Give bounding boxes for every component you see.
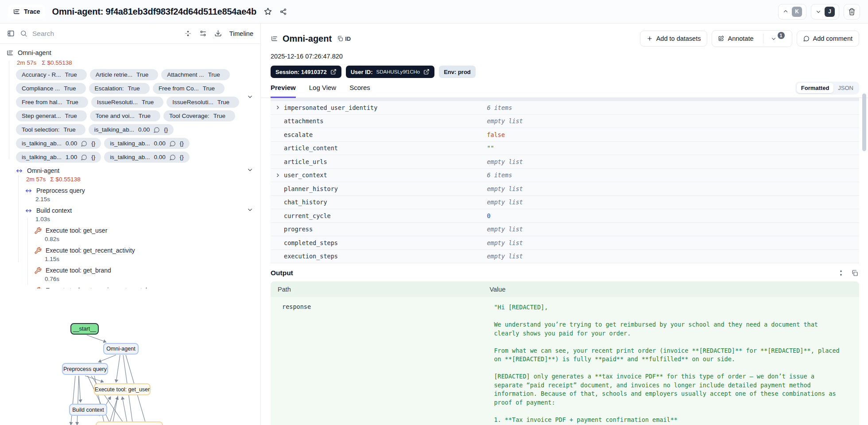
score-badge[interactable]: is_talking_ab... 0.00 {}	[16, 138, 101, 149]
tree-span-row[interactable]: Execute tool: get_previous_steps_taken 1…	[0, 286, 260, 289]
copy-icon[interactable]	[851, 269, 858, 277]
user-id-badge[interactable]: User ID: SDAHUSLy9f1CHo	[346, 66, 435, 78]
graph-edge	[116, 355, 120, 382]
share-icon[interactable]	[279, 8, 287, 16]
graph-edge	[122, 397, 128, 425]
graph-edges	[0, 311, 260, 425]
graph-edge	[77, 376, 79, 425]
format-toggle-item[interactable]: JSON	[833, 83, 858, 93]
chevron-down-icon[interactable]	[247, 207, 253, 213]
score-badge[interactable]: IssueResoluti... True	[167, 97, 239, 108]
graph-node[interactable]	[96, 421, 163, 425]
format-toggle-item[interactable]: Formatted	[797, 83, 834, 93]
kv-row[interactable]: user_context 6 items	[271, 169, 859, 183]
add-comment-button[interactable]: Add comment	[797, 31, 859, 47]
kv-row[interactable]: progress empty list	[271, 223, 859, 237]
kv-row[interactable]: current_cycle 0	[271, 209, 859, 223]
score-badge[interactable]: IssueResoluti... True	[91, 97, 164, 108]
score-badge[interactable]: Step generat... True	[16, 110, 87, 121]
copy-id-button[interactable]: ID	[337, 35, 351, 42]
score-label: Step generat...	[22, 113, 61, 119]
tree-span-row[interactable]: Execute tool: get_brand 0.76s	[0, 266, 260, 283]
graph-node[interactable]: Build context	[69, 404, 107, 416]
span-duration: 2m 57s	[26, 176, 46, 183]
chevron-down-icon[interactable]	[247, 167, 253, 173]
trace-chip[interactable]: Trace	[8, 5, 45, 19]
chevron-right-icon[interactable]	[275, 172, 281, 178]
detail-tabs: Preview Log View Scores	[271, 84, 370, 97]
score-badge[interactable]: Compliance ... True	[16, 83, 86, 94]
kv-row[interactable]: chat_history empty list	[271, 196, 859, 210]
search-input[interactable]	[31, 29, 179, 38]
score-badge[interactable]: Free from Co... True	[153, 83, 225, 94]
star-icon[interactable]	[264, 7, 272, 16]
chevron-up-icon	[783, 8, 789, 15]
observation-title: Omni-agent	[283, 34, 332, 44]
annotate-dropdown-button[interactable]: 1	[767, 31, 792, 47]
scrollbar-thumb[interactable]	[862, 94, 866, 151]
tab[interactable]: Log View	[309, 84, 336, 98]
sliders-icon[interactable]	[199, 30, 207, 37]
tab[interactable]: Preview	[271, 84, 296, 98]
score-label: Tool Coverage:	[169, 113, 209, 119]
prev-trace-button[interactable]: K	[778, 4, 806, 19]
score-label: Compliance ...	[22, 85, 60, 92]
tree-span-row[interactable]: Execute tool: get_user 0.82s	[0, 226, 260, 243]
kv-row[interactable]: execution_steps empty list	[271, 250, 859, 264]
kv-row[interactable]: escalate false	[271, 128, 859, 142]
score-badge[interactable]: is_talking_ab... 0.00 {}	[89, 124, 174, 135]
next-trace-button[interactable]: J	[811, 4, 839, 19]
graph-node[interactable]: __start__	[70, 323, 99, 335]
score-badge[interactable]: Tool Coverage: True	[163, 110, 235, 121]
span-duration: 0.76s	[45, 276, 59, 282]
kv-value-text: ""	[487, 144, 494, 152]
kv-row[interactable]: completed_steps empty list	[271, 236, 859, 250]
delete-trace-button[interactable]	[844, 4, 860, 19]
chevron-down-icon[interactable]	[247, 94, 253, 100]
chevron-right-icon[interactable]	[275, 105, 281, 110]
tree-root-span[interactable]: Omni-agent	[0, 48, 260, 58]
tree-span-row[interactable]: Omni-agent 2m 57s Σ $0.55138	[0, 166, 260, 183]
score-badge[interactable]: is_talking_ab... 0.00 {}	[104, 138, 189, 149]
span-label: Execute tool: get_previous_steps_taken	[46, 287, 155, 289]
graph-node[interactable]: Omni-agent	[103, 343, 139, 355]
graph-node[interactable]: Execute tool: get_user	[94, 383, 151, 395]
collapse-panel-icon[interactable]	[7, 30, 15, 37]
sidebar-header: Timeline	[0, 23, 260, 44]
score-value: True	[142, 99, 154, 105]
session-badge[interactable]: Session: 14910372	[271, 66, 341, 78]
tool-span-icon	[34, 227, 42, 234]
kv-row[interactable]: article_urls empty list	[271, 155, 859, 169]
expand-icon[interactable]	[837, 269, 845, 277]
kv-row[interactable]: article_content ""	[271, 142, 859, 156]
score-badge[interactable]: Attachment ... True	[161, 69, 230, 80]
graph-node[interactable]: Preprocess query	[62, 363, 108, 375]
add-to-datasets-button[interactable]: Add to datasets	[640, 31, 708, 47]
tree-span-row[interactable]: Preprocess query 2.15s	[0, 186, 260, 203]
score-badge[interactable]: Tool selection: True	[16, 124, 85, 135]
annotate-button[interactable]: Annotate	[712, 31, 759, 47]
score-badge[interactable]: is_talking_ab... 0.00 {}	[104, 152, 189, 163]
score-badge[interactable]: Accuracy - R... True	[16, 69, 87, 80]
score-badge[interactable]: Escalation: True	[89, 83, 150, 94]
list-tree-icon	[13, 8, 20, 16]
kv-row[interactable]: attachments empty list	[271, 115, 859, 129]
tree-span-row[interactable]: Execute tool: get_recent_activity 1.15s	[0, 246, 260, 263]
output-table: Path Value response "Hi [REDACTED], We u…	[271, 281, 859, 425]
score-badge[interactable]: is_talking_ab... 1.00 {}	[16, 152, 101, 163]
tree-span-row[interactable]: Build context 1.03s	[0, 206, 260, 223]
timeline-toggle-button[interactable]: Timeline	[229, 30, 253, 37]
download-icon[interactable]	[214, 30, 222, 37]
score-badge[interactable]: Free from hal... True	[16, 97, 88, 108]
preview-content[interactable]: impersonated_user_identity 6 items attac…	[261, 98, 868, 425]
score-badge[interactable]: Tone and voi... True	[90, 110, 160, 121]
annotate-split-button: Annotate 1	[712, 30, 792, 47]
agent-span-icon	[16, 167, 23, 175]
kv-row[interactable]: impersonated_user_identity 6 items	[271, 101, 859, 115]
collapse-all-icon[interactable]	[184, 30, 192, 37]
comment-bubble-icon	[154, 127, 160, 133]
kv-row[interactable]: planner_history empty list	[271, 182, 859, 196]
score-badge[interactable]: Article retrie... True	[90, 69, 159, 80]
tab[interactable]: Scores	[349, 84, 370, 98]
output-row-response[interactable]: response "Hi [REDACTED], We understand y…	[271, 297, 859, 425]
